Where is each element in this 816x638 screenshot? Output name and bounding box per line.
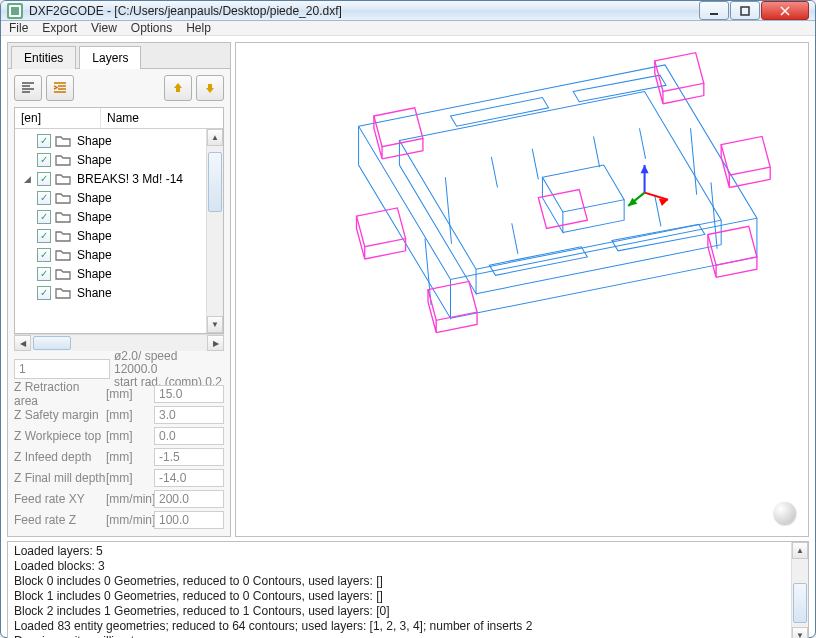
- visibility-checkbox[interactable]: ✓: [37, 286, 51, 300]
- param-value[interactable]: 100.0: [154, 511, 224, 529]
- move-up-button[interactable]: [164, 75, 192, 101]
- tree-item-label: Shape: [77, 191, 112, 205]
- indent-button[interactable]: [46, 75, 74, 101]
- tree-item-label: Shape: [77, 153, 112, 167]
- minimize-button[interactable]: [699, 1, 729, 20]
- tool-number-spin[interactable]: 1: [14, 359, 110, 379]
- param-row: Feed rate XY[mm/min]200.0: [14, 488, 224, 509]
- menu-view[interactable]: View: [91, 21, 117, 35]
- scroll-thumb[interactable]: [208, 152, 222, 212]
- folder-icon: [55, 210, 71, 224]
- param-row: Z Safety margin[mm]3.0: [14, 404, 224, 425]
- param-value[interactable]: 3.0: [154, 406, 224, 424]
- tree-row[interactable]: ✓Shane: [15, 283, 223, 302]
- visibility-checkbox[interactable]: ✓: [37, 229, 51, 243]
- tree-header-name[interactable]: Name: [101, 108, 145, 128]
- log-line: Block 1 includes 0 Geometries, reduced t…: [14, 589, 802, 604]
- expand-icon[interactable]: ◢: [21, 174, 33, 184]
- tree-row[interactable]: ✓Shape: [15, 188, 223, 207]
- param-value[interactable]: 200.0: [154, 490, 224, 508]
- tool-info: ø2.0/ speed 12000.0 start rad. (comp) 0.…: [114, 350, 224, 390]
- align-left-button[interactable]: [14, 75, 42, 101]
- param-row: Z Retraction area[mm]15.0: [14, 383, 224, 404]
- svg-line-11: [691, 128, 697, 194]
- maximize-button[interactable]: [730, 1, 760, 20]
- log-panel[interactable]: Loaded layers: 5Loaded blocks: 3Block 0 …: [7, 541, 809, 638]
- menu-help[interactable]: Help: [186, 21, 211, 35]
- param-row: Z Final mill depth[mm]-14.0: [14, 467, 224, 488]
- menu-export[interactable]: Export: [42, 21, 77, 35]
- log-scroll-down-icon[interactable]: ▼: [792, 627, 808, 638]
- param-label: Z Retraction area: [14, 380, 106, 408]
- tree-row[interactable]: ✓Shape: [15, 131, 223, 150]
- param-row: Z Workpiece top[mm]0.0: [14, 425, 224, 446]
- menubar: File Export View Options Help: [1, 21, 815, 36]
- drawing-canvas: [236, 43, 808, 536]
- content-area: Entities Layers [en] Name ✓Sh: [1, 36, 815, 638]
- tree-row[interactable]: ✓Shape: [15, 150, 223, 169]
- param-label: Z Safety margin: [14, 408, 106, 422]
- param-value[interactable]: -14.0: [154, 469, 224, 487]
- hscroll-thumb[interactable]: [33, 336, 71, 350]
- menu-options[interactable]: Options: [131, 21, 172, 35]
- tree-row[interactable]: ✓Shape: [15, 207, 223, 226]
- tab-layers[interactable]: Layers: [79, 46, 141, 69]
- menu-file[interactable]: File: [9, 21, 28, 35]
- scroll-left-icon[interactable]: ◀: [14, 335, 31, 351]
- param-unit: [mm/min]: [106, 492, 154, 506]
- visibility-checkbox[interactable]: ✓: [37, 153, 51, 167]
- tree-row[interactable]: ✓Shape: [15, 226, 223, 245]
- tree-vscroll[interactable]: ▲ ▼: [206, 129, 223, 333]
- svg-line-8: [512, 223, 518, 254]
- left-panel: Entities Layers [en] Name ✓Sh: [7, 42, 231, 537]
- tab-entities[interactable]: Entities: [11, 46, 76, 69]
- tree-row[interactable]: ✓Shape: [15, 264, 223, 283]
- layer-tree: [en] Name ✓Shape✓Shape◢✓BREAKS! 3 Md! -1…: [14, 107, 224, 334]
- param-value[interactable]: 15.0: [154, 385, 224, 403]
- app-window: DXF2GCODE - [C:/Users/jeanpauls/Desktop/…: [0, 0, 816, 638]
- visibility-checkbox[interactable]: ✓: [37, 172, 51, 186]
- param-unit: [mm]: [106, 450, 154, 464]
- svg-rect-1: [741, 7, 749, 15]
- visibility-checkbox[interactable]: ✓: [37, 210, 51, 224]
- log-vscroll[interactable]: ▲ ▼: [791, 542, 808, 638]
- param-unit: [mm]: [106, 429, 154, 443]
- log-scroll-thumb[interactable]: [793, 583, 807, 623]
- param-value[interactable]: 0.0: [154, 427, 224, 445]
- tree-item-label: Shape: [77, 248, 112, 262]
- titlebar[interactable]: DXF2GCODE - [C:/Users/jeanpauls/Desktop/…: [1, 1, 815, 21]
- param-label: Z Final mill depth: [14, 471, 106, 485]
- tree-body[interactable]: ✓Shape✓Shape◢✓BREAKS! 3 Md! -14✓Shape✓Sh…: [15, 129, 223, 333]
- tree-header-en[interactable]: [en]: [15, 108, 101, 128]
- svg-line-7: [639, 128, 645, 159]
- tree-row[interactable]: ◢✓BREAKS! 3 Md! -14: [15, 169, 223, 188]
- parameters: 1 ø2.0/ speed 12000.0 start rad. (comp) …: [8, 351, 230, 536]
- folder-icon: [55, 191, 71, 205]
- visibility-checkbox[interactable]: ✓: [37, 134, 51, 148]
- close-button[interactable]: [761, 1, 809, 20]
- visibility-checkbox[interactable]: ✓: [37, 267, 51, 281]
- scroll-down-icon[interactable]: ▼: [207, 316, 223, 333]
- viewport[interactable]: [235, 42, 809, 537]
- log-line: Drawing units: millimeters: [14, 634, 802, 638]
- svg-line-5: [532, 149, 538, 180]
- window-controls: [699, 1, 809, 20]
- tree-row[interactable]: ✓Shape: [15, 245, 223, 264]
- param-value[interactable]: -1.5: [154, 448, 224, 466]
- svg-line-10: [445, 177, 451, 243]
- scroll-up-icon[interactable]: ▲: [207, 129, 223, 146]
- move-down-button[interactable]: [196, 75, 224, 101]
- visibility-checkbox[interactable]: ✓: [37, 248, 51, 262]
- visibility-checkbox[interactable]: ✓: [37, 191, 51, 205]
- tree-item-label: Shape: [77, 229, 112, 243]
- svg-line-4: [491, 157, 497, 188]
- log-line: Block 2 includes 1 Geometries, reduced t…: [14, 604, 802, 619]
- tree-hscroll[interactable]: ◀ ▶: [14, 334, 224, 351]
- svg-line-6: [594, 136, 600, 167]
- param-row: Feed rate Z[mm/min]100.0: [14, 509, 224, 530]
- folder-icon: [55, 172, 71, 186]
- log-scroll-up-icon[interactable]: ▲: [792, 542, 808, 559]
- param-unit: [mm]: [106, 387, 154, 401]
- param-row: Z Infeed depth[mm]-1.5: [14, 446, 224, 467]
- folder-icon: [55, 229, 71, 243]
